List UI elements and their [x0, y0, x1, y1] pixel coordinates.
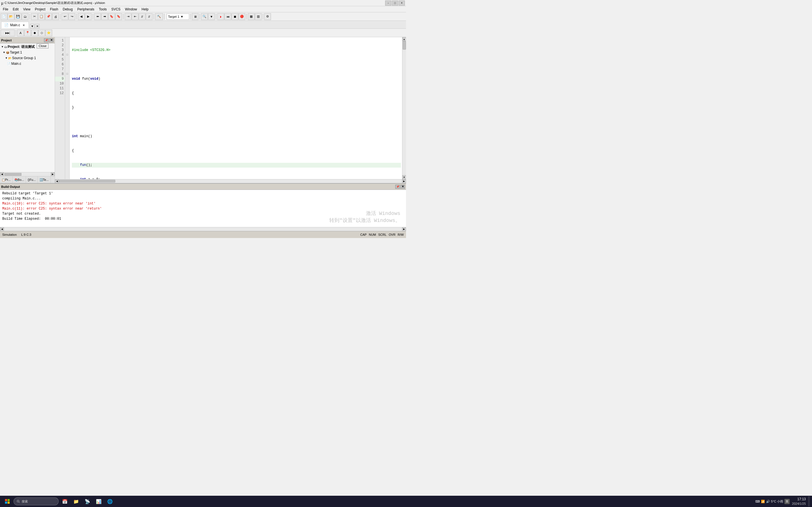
tab-nav-down[interactable]: ▼: [30, 24, 35, 29]
menu-svcs[interactable]: SVCS: [109, 6, 123, 12]
bottom-tab-templates[interactable]: 🔤 Te...: [38, 176, 51, 183]
build-area: Build Output 📌 ✕ Rebuild target 'Target …: [0, 183, 406, 231]
bottom-tab-books[interactable]: 📚 Bo...: [13, 176, 26, 183]
search-btn[interactable]: 🔍: [201, 13, 208, 20]
fold-3: [65, 48, 69, 53]
redo-button[interactable]: ↪: [68, 13, 75, 20]
copy-button[interactable]: 📋: [38, 13, 45, 20]
fold-4[interactable]: □: [65, 53, 69, 57]
bottom-tab-project[interactable]: 📋 Pr...: [0, 176, 13, 183]
project-pin-button[interactable]: 📌: [44, 38, 49, 42]
debug-bp-clear[interactable]: 🔴: [239, 13, 245, 20]
tree-main-c[interactable]: 📄 Main.c: [1, 61, 54, 66]
hscroll-left[interactable]: ◀: [0, 172, 4, 176]
fold-8[interactable]: □: [65, 72, 69, 76]
tab-close-button[interactable]: ✕: [22, 23, 26, 27]
main-area: Project 📌 ✕ Close ▼ 🗂 Project: 语法测试 ▼ 📦 …: [0, 37, 406, 183]
project-hscroll[interactable]: ◀ ▶: [0, 172, 55, 176]
debug-reset[interactable]: ⏮: [224, 13, 231, 20]
menu-view[interactable]: View: [21, 6, 33, 12]
unindent-btn[interactable]: ⇤: [132, 13, 139, 20]
vscroll-up[interactable]: ▲: [402, 37, 406, 41]
menu-peripherals[interactable]: Peripherals: [75, 6, 97, 12]
toolbar3-btn4[interactable]: ◆: [31, 30, 38, 36]
cut-button[interactable]: ✂: [31, 13, 38, 20]
save-all-button[interactable]: 🗂: [22, 13, 29, 20]
toolbar3-btn5[interactable]: ◇: [38, 30, 45, 36]
hscroll-right[interactable]: ▶: [51, 172, 55, 176]
hscroll-track-editor[interactable]: [59, 179, 402, 183]
expand-target1[interactable]: ▼: [3, 51, 5, 54]
build-btn[interactable]: 🔨: [155, 13, 163, 20]
menu-help[interactable]: Help: [139, 6, 151, 12]
toolbar3-btn6[interactable]: ⭐: [45, 30, 52, 36]
window-layout[interactable]: ▦: [248, 13, 255, 20]
debug-stop[interactable]: ⏹: [232, 13, 238, 20]
uncomment-btn[interactable]: //: [146, 13, 153, 20]
build-hscroll[interactable]: ◀ ▶: [0, 227, 406, 231]
find-next[interactable]: ▼: [208, 13, 215, 20]
hscroll-right-editor[interactable]: ▶: [402, 179, 406, 183]
toolbar3-btn1[interactable]: ▶▶|: [1, 30, 15, 36]
close-button[interactable]: ×: [399, 1, 405, 6]
hscroll-track[interactable]: [4, 172, 51, 176]
new-file-button[interactable]: 📄: [1, 13, 7, 20]
paste-button[interactable]: 📌: [45, 13, 52, 20]
comment-btn[interactable]: //: [139, 13, 146, 20]
project-close-button[interactable]: ✕: [49, 38, 54, 42]
vscroll-down[interactable]: ▼: [402, 175, 406, 179]
vscroll-thumb[interactable]: [403, 41, 406, 50]
indent-btn[interactable]: ⇥: [124, 13, 132, 20]
tree-source-group1[interactable]: ▼ 📂 Source Group 1: [1, 55, 54, 61]
menu-file[interactable]: File: [1, 6, 10, 12]
menu-window[interactable]: Window: [123, 6, 139, 12]
maximize-button[interactable]: □: [392, 1, 398, 6]
undo-button[interactable]: ↩: [61, 13, 68, 20]
minimize-button[interactable]: －: [385, 1, 391, 6]
sep5: [123, 13, 123, 20]
expand-sourcegroup1[interactable]: ▼: [5, 57, 8, 59]
window-layout2[interactable]: ▥: [255, 13, 262, 20]
print-button[interactable]: 🖨: [52, 13, 59, 20]
line-num-3: 3: [55, 48, 65, 53]
menu-flash[interactable]: Flash: [48, 6, 60, 12]
editor-vscroll[interactable]: ▲ ▼: [402, 37, 406, 179]
open-file-button[interactable]: 📂: [8, 13, 14, 20]
build-pin-button[interactable]: 📌: [395, 185, 400, 189]
build-line-2: compiling Main.c...: [2, 196, 404, 201]
menu-debug[interactable]: Debug: [61, 6, 75, 12]
vscroll-track[interactable]: [402, 41, 406, 175]
menu-project[interactable]: Project: [33, 6, 48, 12]
sep11: [246, 13, 247, 20]
tab-main-c[interactable]: 📄 Main.c ✕: [1, 22, 29, 29]
bookmark-next[interactable]: ➡: [101, 13, 108, 20]
bookmark-btn1[interactable]: 🔖: [108, 13, 115, 20]
tree-target1[interactable]: ▼ 📦 Target 1: [1, 50, 54, 55]
toolbar3-btn3[interactable]: 📍: [24, 30, 31, 36]
code-text-3: fun(: [80, 76, 90, 81]
menu-tools[interactable]: Tools: [97, 6, 109, 12]
editor-hscroll[interactable]: ◀ ▶: [55, 179, 406, 183]
tab-close-right[interactable]: ✕: [35, 24, 40, 29]
menu-edit[interactable]: Edit: [10, 6, 21, 12]
build-hscroll-left[interactable]: ◀: [0, 227, 4, 231]
project-panel: Project 📌 ✕ Close ▼ 🗂 Project: 语法测试 ▼ 📦 …: [0, 37, 55, 183]
bookmark-prev[interactable]: ⬅: [94, 13, 101, 20]
toolbar3-btn2[interactable]: A: [17, 30, 24, 36]
nav-back-button[interactable]: ◀: [78, 13, 85, 20]
build-close-button[interactable]: ✕: [400, 185, 405, 189]
code-content[interactable]: #include <STC32G.H> void fun(void) { } i…: [70, 37, 402, 179]
bookmark-btn2[interactable]: 🔖: [115, 13, 122, 20]
nav-fwd-button[interactable]: ▶: [85, 13, 92, 20]
hscroll-thumb[interactable]: [4, 173, 21, 176]
debug-start[interactable]: ⏵: [217, 13, 224, 20]
expand-project[interactable]: ▼: [1, 45, 4, 48]
cpu-btn[interactable]: 🖥: [192, 13, 199, 20]
options-btn[interactable]: ⚙: [264, 13, 271, 20]
bottom-tab-functions[interactable]: {} Fu...: [26, 176, 38, 183]
hscroll-left-editor[interactable]: ◀: [55, 179, 59, 183]
build-hscroll-right[interactable]: ▶: [402, 227, 406, 231]
save-button[interactable]: 💾: [15, 13, 21, 20]
hscroll-thumb-editor[interactable]: [59, 180, 115, 182]
target-dropdown[interactable]: Target 1 ▼: [167, 13, 189, 20]
